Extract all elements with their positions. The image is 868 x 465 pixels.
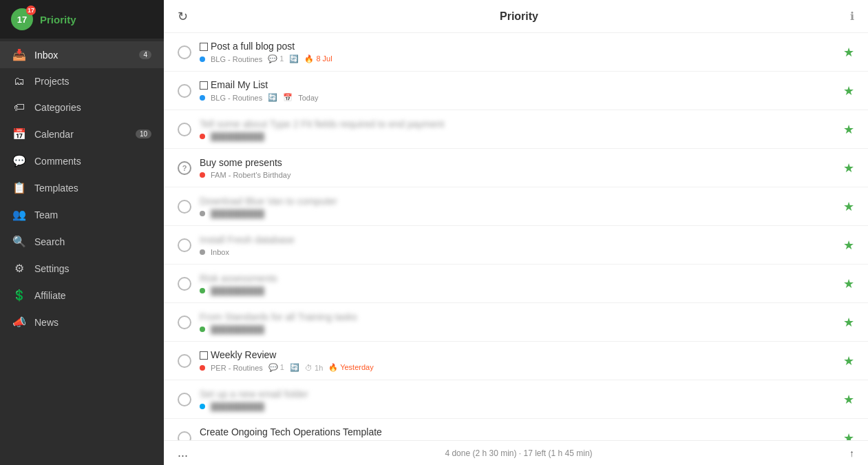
task-meta: ██████████: [200, 325, 835, 333]
task-checkbox[interactable]: [178, 431, 191, 441]
footer-dots[interactable]: ...: [178, 446, 188, 460]
task-checkbox[interactable]: [178, 45, 191, 59]
task-content: Install Fresh databaseInbox: [200, 234, 835, 256]
sidebar-item-settings[interactable]: ⚙ Settings: [0, 255, 164, 282]
task-row[interactable]: Risk assessments██████████★: [164, 265, 868, 303]
task-checkbox[interactable]: [178, 277, 191, 291]
search-icon: 🔍: [12, 235, 26, 248]
affiliate-icon: 💲: [12, 289, 26, 302]
sidebar-item-categories[interactable]: 🏷 Categories: [0, 94, 164, 121]
footer-bar: ... 4 done (2 h 30 min) · 17 left (1 h 4…: [164, 440, 868, 465]
task-title-checkbox-icon: [200, 351, 208, 360]
comment-count: 💬 1: [268, 54, 284, 63]
task-checkbox[interactable]: ?: [178, 161, 191, 175]
project-dot: [200, 95, 205, 101]
task-title: Install Fresh database: [200, 234, 835, 245]
sidebar-item-comments[interactable]: 💬 Comments: [0, 147, 164, 174]
task-checkbox[interactable]: [178, 200, 191, 214]
sidebar-item-inbox[interactable]: 📥 Inbox 4: [0, 41, 164, 68]
task-checkbox[interactable]: [178, 354, 191, 368]
task-row[interactable]: Download Blue Van to computer██████████★: [164, 187, 868, 226]
task-meta: FAM - Robert's Birthday: [200, 171, 835, 179]
task-meta: ██████████: [200, 402, 835, 411]
topbar: ↻ Priority ℹ: [164, 0, 868, 33]
avatar-badge-count: 17: [26, 6, 36, 15]
task-row[interactable]: Post a full blog postBLG - Routines💬 1🔄🔥…: [164, 33, 868, 72]
task-title: Create Ongoing Tech Operations Template: [200, 426, 835, 437]
project-label: BLG - Routines: [211, 55, 262, 63]
task-row[interactable]: From Standards for all Training tasks███…: [164, 303, 868, 342]
task-title: Post a full blog post: [200, 41, 835, 52]
main-content: ↻ Priority ℹ Post a full blog postBLG - …: [164, 0, 868, 465]
sidebar: 17 17 Priority 📥 Inbox 4 🗂 Projects 🏷 Ca…: [0, 0, 164, 465]
task-checkbox[interactable]: [178, 123, 191, 136]
info-button[interactable]: ℹ: [850, 10, 854, 23]
project-label: Inbox: [211, 248, 229, 256]
star-button[interactable]: ★: [843, 122, 854, 137]
task-title: Email My List: [200, 79, 835, 90]
sidebar-item-label: Settings: [34, 263, 70, 274]
news-icon: 📣: [12, 316, 26, 329]
inbox-icon: 📥: [12, 48, 26, 61]
sidebar-item-search[interactable]: 🔍 Search: [0, 228, 164, 255]
task-meta: ██████████: [200, 209, 835, 218]
star-button[interactable]: ★: [843, 238, 854, 253]
sidebar-item-label: Categories: [34, 102, 81, 113]
star-button[interactable]: ★: [843, 315, 854, 330]
footer-expand[interactable]: ↑: [849, 448, 854, 459]
task-title: Download Blue Van to computer: [200, 196, 835, 207]
task-meta: BLG - Routines🔄📅Today: [200, 93, 835, 102]
task-meta: PER - Routines💬 1🔄⏱ 1h🔥 Yesterday: [200, 363, 835, 372]
task-row[interactable]: Create Ongoing Tech Operations TemplateC…: [164, 419, 868, 440]
sidebar-item-calendar[interactable]: 📅 Calendar 10: [0, 121, 164, 147]
star-button[interactable]: ★: [843, 199, 854, 214]
sidebar-item-team[interactable]: 👥 Team: [0, 201, 164, 228]
task-title: Set up a new email folder: [200, 389, 835, 400]
star-button[interactable]: ★: [843, 161, 854, 176]
task-row[interactable]: ?Buy some presentsFAM - Robert's Birthda…: [164, 149, 868, 187]
task-checkbox[interactable]: [178, 393, 191, 406]
sidebar-item-affiliate[interactable]: 💲 Affiliate: [0, 282, 164, 309]
star-button[interactable]: ★: [843, 392, 854, 407]
star-button[interactable]: ★: [843, 276, 854, 291]
project-label: BLG - Routines: [211, 94, 262, 102]
due-date: 🔥 Yesterday: [328, 363, 373, 372]
task-meta: BLG - Routines💬 1🔄🔥 8 Jul: [200, 54, 835, 63]
comments-icon: 💬: [12, 154, 26, 167]
repeat-icon: 🔄: [290, 363, 299, 372]
refresh-button[interactable]: ↻: [178, 9, 188, 24]
star-button[interactable]: ★: [843, 83, 854, 99]
task-row[interactable]: Install Fresh databaseInbox★: [164, 226, 868, 265]
sidebar-item-projects[interactable]: 🗂 Projects: [0, 68, 164, 94]
settings-icon: ⚙: [12, 262, 26, 275]
task-checkbox[interactable]: [178, 238, 191, 252]
due-date: Today: [298, 94, 318, 102]
project-dot: [200, 211, 205, 216]
calendar-icon: 📅: [12, 127, 26, 141]
sidebar-item-news[interactable]: 📣 News: [0, 309, 164, 335]
star-button[interactable]: ★: [843, 431, 854, 441]
project-label-blurred: ██████████: [211, 132, 264, 141]
sidebar-item-label: Comments: [34, 156, 81, 167]
sidebar-item-label: News: [34, 317, 59, 328]
project-dot: [200, 249, 205, 255]
task-row[interactable]: Weekly ReviewPER - Routines💬 1🔄⏱ 1h🔥 Yes…: [164, 342, 868, 380]
star-button[interactable]: ★: [843, 45, 854, 60]
star-button[interactable]: ★: [843, 353, 854, 369]
due-date: 🔥 8 Jul: [304, 54, 332, 63]
project-dot: [200, 365, 205, 371]
task-checkbox[interactable]: [178, 316, 191, 329]
sidebar-item-label: Inbox: [34, 50, 58, 61]
task-checkbox[interactable]: [178, 84, 191, 98]
task-content: Set up a new email folder██████████: [200, 389, 835, 411]
task-row[interactable]: Set up a new email folder██████████★: [164, 380, 868, 419]
project-dot: [200, 56, 205, 62]
task-content: Download Blue Van to computer██████████: [200, 196, 835, 218]
repeat-icon: 🔄: [268, 93, 277, 102]
task-row[interactable]: Email My ListBLG - Routines🔄📅Today★: [164, 72, 868, 110]
task-content: Post a full blog postBLG - Routines💬 1🔄🔥…: [200, 41, 835, 63]
task-row[interactable]: Tell some about Type 2 Fit fields requir…: [164, 110, 868, 149]
task-title: Risk assessments: [200, 273, 835, 284]
time-estimate: ⏱ 1h: [305, 364, 323, 372]
sidebar-item-templates[interactable]: 📋 Templates: [0, 174, 164, 201]
